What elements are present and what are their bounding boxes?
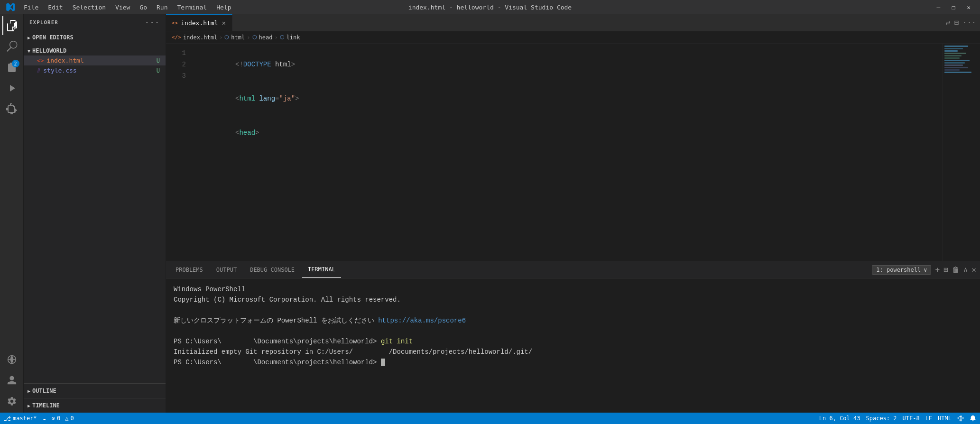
helloworld-header[interactable]: ▼ HELLOWORLD xyxy=(24,46,166,55)
tab-problems[interactable]: PROBLEMS xyxy=(170,261,209,278)
window-title: index.html - helloworld - Visual Studio … xyxy=(408,4,572,11)
editor-content[interactable]: 1 2 3 <!DOCTYPE html> <html lang="ja"> <… xyxy=(166,44,980,261)
menu-view[interactable]: View xyxy=(111,3,134,12)
menu-terminal[interactable]: Terminal xyxy=(174,3,211,12)
timeline-header[interactable]: ▶ TIMELINE xyxy=(24,400,166,411)
kill-terminal-button[interactable]: 🗑 xyxy=(952,265,960,274)
account-activity-icon[interactable] xyxy=(2,371,21,390)
remote-status-item[interactable] xyxy=(957,415,964,422)
line-num-1: 1 xyxy=(166,47,186,59)
breadcrumb-sep-3: › xyxy=(274,34,277,41)
breadcrumb-html-element[interactable]: ⬡ html xyxy=(224,34,245,41)
open-editors-section: ▶ OPEN EDITORS xyxy=(24,31,166,44)
terminal-right-actions: 1: powershell ∨ + ⊞ 🗑 ∧ ✕ xyxy=(872,265,976,275)
gt-bracket-1: > xyxy=(291,61,295,68)
sidebar-more-button[interactable]: ··· xyxy=(145,18,160,27)
line-ending-status-item[interactable]: LF xyxy=(925,415,932,422)
terminal-line-3: 新しいクロスプラットフォームの PowerShell をお試しください http… xyxy=(174,315,972,326)
doctype-keyword: DOCTYPE xyxy=(243,61,271,68)
shell-selector[interactable]: 1: powershell ∨ xyxy=(872,265,931,275)
code-editor[interactable]: <!DOCTYPE html> <html lang="ja"> <head> xyxy=(190,44,942,261)
breadcrumb-head-element[interactable]: ⬡ head xyxy=(252,34,273,41)
menu-selection[interactable]: Selection xyxy=(69,3,110,12)
menu-run[interactable]: Run xyxy=(153,3,171,12)
split-editor-button[interactable]: ⇄ xyxy=(946,18,951,27)
search-activity-icon[interactable] xyxy=(2,37,21,56)
minimap-content xyxy=(944,46,978,74)
encoding-status-item[interactable]: UTF-8 xyxy=(903,415,920,422)
tab-output[interactable]: OUTPUT xyxy=(211,261,242,278)
errors-count: 0 xyxy=(57,415,60,422)
branch-status-item[interactable]: ⎇ master* xyxy=(4,415,37,422)
terminal-line-prompt: PS C:\Users\ \Documents\projects\hellowo… xyxy=(174,357,972,368)
split-terminal-button[interactable]: ⊞ xyxy=(943,265,948,274)
explorer-icon[interactable] xyxy=(2,16,21,35)
breadcrumb-sep-2: › xyxy=(247,34,250,41)
source-control-activity-icon[interactable]: 2 xyxy=(2,58,21,77)
toggle-panel-button[interactable]: ⊟ xyxy=(954,18,959,27)
breadcrumb-html-element-icon: ⬡ xyxy=(224,34,229,40)
tab-debug-label: DEBUG CONSOLE xyxy=(250,267,295,273)
minimap xyxy=(942,44,980,261)
tab-problems-label: PROBLEMS xyxy=(176,267,203,273)
lang-attr: lang xyxy=(255,95,275,102)
breadcrumb-html-icon: </> xyxy=(172,34,181,40)
index-html-filename: index.html xyxy=(46,57,156,64)
breadcrumb-index-html-label: index.html xyxy=(183,34,217,41)
settings-activity-icon[interactable] xyxy=(2,392,21,411)
new-terminal-button[interactable]: + xyxy=(935,265,940,274)
breadcrumb-link-element[interactable]: ⬡ link xyxy=(280,34,300,41)
line-numbers: 1 2 3 xyxy=(166,44,190,261)
terminal-content[interactable]: Windows PowerShell Copyright (C) Microso… xyxy=(166,278,980,413)
file-item-index-html[interactable]: <> index.html U xyxy=(24,55,166,65)
code-line-3: <head> xyxy=(190,116,942,150)
file-item-style-css[interactable]: # style.css U xyxy=(24,65,166,75)
cursor-position-item[interactable]: Ln 6, Col 43 xyxy=(819,415,860,422)
branch-name: master* xyxy=(13,415,37,422)
open-editors-header[interactable]: ▶ OPEN EDITORS xyxy=(24,33,166,42)
breadcrumb-html-label: html xyxy=(231,34,245,41)
tab-html-icon: <> xyxy=(172,20,178,26)
gt-bracket-2: > xyxy=(295,95,299,102)
errors-status-item[interactable]: ⊗ 0 △ 0 xyxy=(52,415,74,422)
terminal-collapse-button[interactable]: ∧ xyxy=(963,265,968,274)
open-editors-label: OPEN EDITORS xyxy=(32,34,74,41)
menu-file[interactable]: File xyxy=(20,3,42,12)
sidebar-header: EXPLORER ··· xyxy=(24,14,166,31)
language-status-item[interactable]: HTML xyxy=(938,415,952,422)
run-debug-activity-icon[interactable] xyxy=(2,79,21,98)
extensions-activity-icon[interactable] xyxy=(2,100,21,119)
timeline-chevron-icon: ▶ xyxy=(28,403,30,408)
open-editors-chevron-icon: ▶ xyxy=(28,35,30,40)
notification-status-item[interactable] xyxy=(970,415,976,422)
helloworld-label: HELLOWORLD xyxy=(32,47,66,54)
indent-status-item[interactable]: Spaces: 2 xyxy=(866,415,897,422)
tab-close-button[interactable]: ✕ xyxy=(222,19,226,27)
line-num-3: 3 xyxy=(166,70,186,82)
doctype-html-text: html xyxy=(271,61,291,68)
tab-terminal[interactable]: TERMINAL xyxy=(302,261,341,278)
terminal-line-blank-2 xyxy=(174,326,972,336)
explorer-title: EXPLORER xyxy=(29,19,58,26)
tab-debug-console[interactable]: DEBUG CONSOLE xyxy=(244,261,300,278)
lt-bracket-1: <! xyxy=(235,61,243,68)
more-actions-button[interactable]: ··· xyxy=(962,18,976,27)
minimize-button[interactable]: — xyxy=(933,3,944,12)
menu-edit[interactable]: Edit xyxy=(44,3,66,12)
outline-header[interactable]: ▶ OUTLINE xyxy=(24,386,166,396)
branch-icon: ⎇ xyxy=(4,415,11,422)
remote-activity-icon[interactable] xyxy=(2,350,21,369)
title-bar: File Edit Selection View Go Run Terminal… xyxy=(0,0,980,14)
sync-status-item[interactable]: ☁ xyxy=(43,415,46,422)
terminal-line-blank-1 xyxy=(174,305,972,315)
tab-terminal-label: TERMINAL xyxy=(308,266,335,273)
menu-go[interactable]: Go xyxy=(136,3,151,12)
maximize-button[interactable]: ❐ xyxy=(948,3,959,12)
terminal-close-button[interactable]: ✕ xyxy=(971,265,976,274)
tab-index-html[interactable]: <> index.html ✕ xyxy=(166,14,232,31)
menu-help[interactable]: Help xyxy=(213,3,235,12)
breadcrumb-index-html[interactable]: </> index.html xyxy=(172,34,217,41)
code-line-1: <!DOCTYPE html> xyxy=(190,47,942,82)
close-button[interactable]: ✕ xyxy=(963,3,974,12)
main-content: 2 xyxy=(0,14,980,413)
